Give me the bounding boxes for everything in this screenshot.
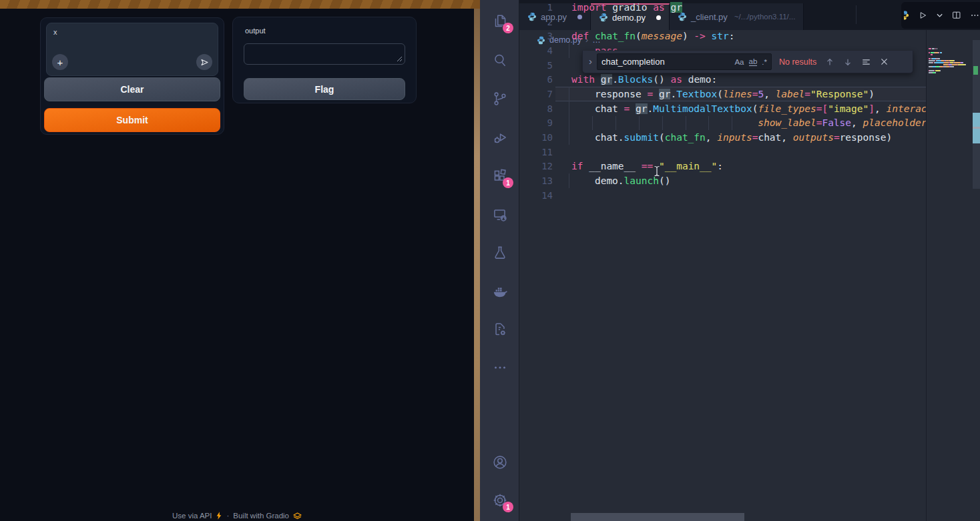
code-line-1[interactable]: 1import gradio as gr [519,0,926,15]
sidebar-item-settings[interactable]: 1 [491,492,509,509]
line-number: 3 [519,31,553,41]
sidebar-item-more-views[interactable] [491,359,509,376]
code-editor[interactable]: 1import gradio as gr23def chat_fn(messag… [519,0,926,203]
code-line-11[interactable]: 11 [519,145,926,159]
sidebar-item-search[interactable] [491,51,509,69]
flag-button[interactable]: Flag [244,78,405,100]
toggle-replace-chevron[interactable]: › [589,55,592,67]
whole-word-toggle[interactable]: ab [749,57,758,66]
match-case-toggle[interactable]: Aa [734,58,744,66]
find-widget: › chat_completion Aa ab .* No results [582,51,913,73]
line-number: 2 [519,17,553,27]
clear-button[interactable]: Clear [44,77,220,101]
more-actions-button[interactable] [970,10,980,21]
code-line-14[interactable]: 14 [519,188,926,203]
split-editor-button[interactable] [951,10,962,21]
mouse-text-cursor [653,165,661,177]
indent-guide [592,116,593,131]
debug-icon [491,129,509,146]
built-with-gradio-link[interactable]: Built with Gradio [233,512,289,520]
search-icon [491,51,509,69]
git-branch-icon [491,90,509,107]
minimap-line [929,70,973,71]
gradio-logo-icon [293,512,302,520]
sidebar-item-remote-explorer[interactable] [491,206,509,223]
code-line-7[interactable]: 7 response = gr.Textbox(lines=5, label="… [519,87,926,101]
file-gear-icon [491,321,509,338]
sidebar-item-source-control[interactable] [491,90,509,107]
find-in-selection-button[interactable] [861,57,871,67]
remote-explorer-icon [491,206,509,223]
indent-guide [569,43,569,58]
find-query-text[interactable]: chat_completion [601,57,730,67]
minimap[interactable] [929,48,973,76]
code-text: import gradio as gr [571,2,682,13]
lightning-icon [216,512,222,520]
code-line-13[interactable]: 13 demo.launch() [519,173,926,188]
sidebar-item-extensions[interactable]: 1 [491,167,509,185]
overview-ruler-cursor-marker [973,127,980,129]
minimap-line [929,60,973,61]
multimodal-textbox[interactable]: x + [46,23,218,76]
minimap-line [929,52,973,53]
send-button[interactable] [196,54,212,70]
extensions-badge: 1 [503,177,513,188]
line-number: 6 [519,74,553,85]
code-line-10[interactable]: 10 chat.submit(chat_fn, inputs=chat, out… [519,130,926,145]
minimap-line [929,50,973,51]
minimap-line [929,58,973,59]
sidebar-item-docker[interactable] [491,283,509,300]
indent-guide [686,116,686,131]
horizontal-scrollbar[interactable] [571,513,744,521]
indent-guide [639,116,640,131]
gradio-footer: Use via API · Built with Gradio [0,512,474,520]
paper-plane-icon [200,58,209,67]
sidebar-item-account[interactable] [491,454,509,471]
resize-handle-icon[interactable] [397,56,403,62]
run-dropdown-chevron[interactable] [937,13,943,18]
activity-bar: 2 1 1 [480,0,519,521]
output-textarea[interactable] [244,43,405,65]
line-number: 4 [519,45,553,56]
line-number: 12 [519,161,553,171]
line-number: 8 [519,103,553,114]
close-find-button[interactable] [880,57,889,66]
gradio-app-pane: x + Clear Submit output Flag Use via API… [0,0,474,521]
indent-guide [569,116,569,131]
settings-badge: 1 [503,502,513,512]
use-via-api-link[interactable]: Use via API [172,512,212,520]
regex-toggle[interactable]: .* [762,58,767,66]
code-text: chat.submit(chat_fn, inputs=chat, output… [571,132,892,143]
gradio-loading-bar [0,0,480,9]
code-line-6[interactable]: 6with gr.Blocks() as demo: [519,72,926,87]
attach-file-button[interactable]: + [52,54,68,70]
code-line-8[interactable]: 8 chat = gr.MultimodalTextbox(file_types… [519,101,926,116]
next-match-button[interactable] [843,57,852,67]
indent-guide [616,116,616,131]
sidebar-item-run-debug[interactable] [491,129,509,146]
window-divider[interactable] [474,0,480,521]
code-text: def chat_fn(message) -> str: [571,31,735,41]
minimap-border [926,30,927,521]
line-number: 13 [519,175,553,186]
ellipsis-icon [491,359,509,376]
minimap-line [929,72,973,73]
minimap-line [929,74,973,75]
code-line-12[interactable]: 12if __name__ == "__main__": [519,159,926,174]
sidebar-item-task-file[interactable] [491,321,509,338]
submit-button[interactable]: Submit [44,108,220,132]
code-line-2[interactable]: 2 [519,15,926,29]
find-input[interactable]: chat_completion Aa ab .* [597,53,772,70]
indent-guide [732,116,732,131]
line-number: 10 [519,132,553,143]
sidebar-item-testing[interactable] [491,244,509,262]
sidebar-item-explorer[interactable]: 2 [491,13,509,30]
code-text: if __name__ == "__main__": [571,161,723,171]
minimap-line [929,66,973,67]
minimap-line [929,54,973,55]
indent-guide [708,116,709,131]
previous-match-button[interactable] [825,57,834,67]
line-number: 14 [519,190,553,201]
code-line-3[interactable]: 3def chat_fn(message) -> str: [519,29,926,43]
code-line-9[interactable]: 9 show_label=False, placeholder="Ask a q… [519,116,926,131]
